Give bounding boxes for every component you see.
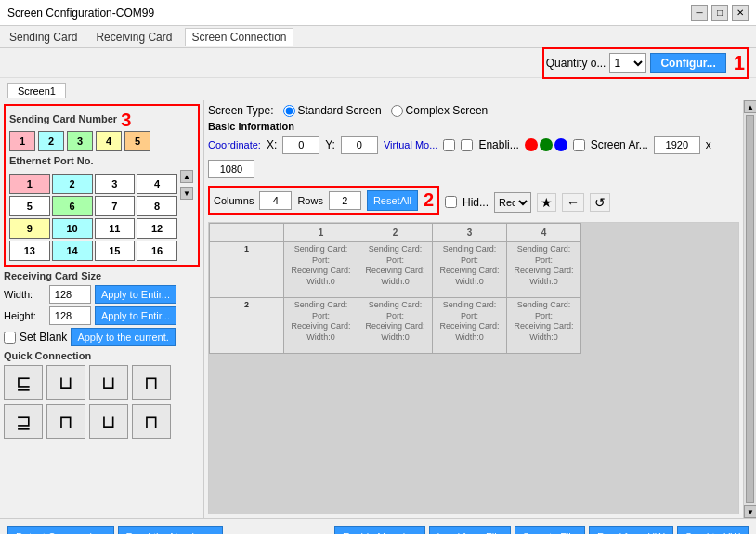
set-blank-checkbox[interactable] [4, 332, 16, 344]
read-from-hw-button[interactable]: Read from HW [589, 526, 673, 534]
card-btn-4[interactable]: 4 [96, 131, 122, 151]
apply-current-button[interactable]: Apply to the current. [71, 328, 175, 346]
grid-area: 1 2 3 4 1 Sending Card:Port:Receiving Ca… [208, 222, 739, 514]
right-main: Screen Type: Standard Screen Complex Scr… [204, 100, 756, 518]
port-btn-14[interactable]: 14 [52, 241, 93, 261]
width-apply-button[interactable]: Apply to Entir... [95, 285, 176, 304]
quick-icon-6[interactable]: ⊓ [46, 404, 85, 439]
back-button[interactable]: ← [562, 193, 584, 212]
quick-icon-5[interactable]: ⊒ [4, 404, 43, 439]
configure-button[interactable]: Configur... [650, 53, 725, 73]
enable-checkbox[interactable] [461, 139, 473, 151]
rcv-size-title: Receiving Card Size [4, 270, 200, 281]
port-btn-16[interactable]: 16 [137, 241, 177, 261]
quick-icon-7[interactable]: ⊔ [89, 404, 128, 439]
cell-2-4[interactable]: Sending Card:Port:Receiving Card:Width:0 [507, 298, 581, 354]
card-btn-2[interactable]: 2 [38, 131, 64, 151]
tab-screen1[interactable]: Screen1 [7, 83, 66, 98]
save-to-file-button[interactable]: Save to File [515, 526, 585, 534]
basic-info-section: Basic Information Coordinate: X: Y: Virt… [208, 121, 739, 182]
rows-label: Rows [297, 195, 323, 206]
port-btn-6[interactable]: 6 [52, 196, 93, 216]
cell-1-4[interactable]: Sending Card:Port:Receiving Card:Width:0 [507, 242, 581, 298]
color-select[interactable]: Red Green Blue [494, 192, 531, 213]
reset-rotate-button[interactable]: ↺ [590, 193, 610, 212]
standard-screen-option[interactable]: Standard Screen [283, 104, 382, 117]
reset-all-button[interactable]: ResetAll [367, 190, 418, 211]
screen-width-input[interactable] [654, 136, 700, 154]
complex-screen-label: Complex Screen [406, 104, 489, 117]
port-btn-13[interactable]: 13 [9, 241, 50, 261]
port-btn-3[interactable]: 3 [95, 174, 136, 194]
port-btn-4[interactable]: 4 [137, 174, 177, 194]
screen-type-row: Screen Type: Standard Screen Complex Scr… [208, 104, 739, 117]
close-button[interactable]: ✕ [732, 5, 749, 21]
scrollbar-thumb[interactable] [746, 115, 754, 503]
cell-2-2[interactable]: Sending Card:Port:Receiving Card:Width:0 [358, 298, 433, 354]
quantity-select[interactable]: 1 2 3 [609, 53, 646, 73]
port-scroll-up[interactable]: ▲ [180, 170, 193, 183]
menu-receiving-card[interactable]: Receiving Card [90, 29, 177, 46]
card-btn-1[interactable]: 1 [9, 131, 35, 151]
port-btn-5[interactable]: 5 [9, 196, 50, 216]
port-btn-2[interactable]: 2 [52, 174, 93, 194]
complex-screen-option[interactable]: Complex Screen [391, 104, 489, 117]
card-btn-5[interactable]: 5 [124, 131, 150, 151]
load-from-file-button[interactable]: Load from File [429, 526, 511, 534]
y-label: Y: [325, 138, 335, 151]
menu-sending-card[interactable]: Sending Card [4, 29, 83, 46]
standard-screen-radio[interactable] [283, 105, 295, 117]
y-input[interactable] [341, 136, 378, 154]
right-panel: Screen Type: Standard Screen Complex Scr… [204, 100, 743, 518]
enable-mapping-button[interactable]: Enable Mapping [334, 526, 425, 534]
green-circle-icon [540, 138, 553, 151]
cell-1-1[interactable]: Sending Card:Port:Receiving Card:Width:0 [284, 242, 358, 298]
screen-area-enable-checkbox[interactable] [573, 139, 585, 151]
quick-icons: ⊑ ⊔ ⊔ ⊓ ⊒ ⊓ ⊔ ⊓ [4, 365, 200, 439]
port-btn-10[interactable]: 10 [52, 218, 93, 239]
height-apply-button[interactable]: Apply to Entir... [95, 306, 176, 325]
cell-2-3[interactable]: Sending Card:Port:Receiving Card:Width:0 [433, 298, 507, 354]
virtual-mode-checkbox[interactable] [443, 139, 455, 151]
columns-input[interactable] [259, 191, 292, 210]
cell-1-3[interactable]: Sending Card:Port:Receiving Card:Width:0 [433, 242, 507, 298]
minimize-button[interactable]: ─ [691, 5, 708, 21]
hidden-checkbox[interactable] [445, 196, 457, 208]
table-row: 1 Sending Card:Port:Receiving Card:Width… [210, 242, 581, 298]
scroll-down-button[interactable]: ▼ [744, 505, 756, 518]
quick-icon-2[interactable]: ⊔ [46, 365, 85, 400]
standard-screen-label: Standard Screen [298, 104, 382, 117]
annotation-3: 3 [121, 110, 131, 131]
port-btn-12[interactable]: 12 [137, 218, 177, 239]
send-to-hw-button[interactable]: Send to HW [677, 526, 749, 534]
x-input[interactable] [282, 136, 319, 154]
menu-screen-connection[interactable]: Screen Connection [185, 28, 293, 46]
port-btn-11[interactable]: 11 [95, 218, 136, 239]
set-blank-row: Set Blank Apply to the current. [4, 328, 200, 346]
port-btn-1[interactable]: 1 [9, 174, 50, 194]
cell-1-2[interactable]: Sending Card:Port:Receiving Card:Width:0 [358, 242, 433, 298]
cell-2-1[interactable]: Sending Card:Port:Receiving Card:Width:0 [284, 298, 358, 354]
width-input[interactable] [49, 285, 91, 304]
scroll-up-button[interactable]: ▲ [744, 100, 756, 113]
quick-icon-3[interactable]: ⊔ [89, 365, 128, 400]
col-row-section: Columns Rows ResetAll 2 [208, 186, 439, 215]
maximize-button[interactable]: □ [711, 5, 728, 21]
menu-bar: Sending Card Receiving Card Screen Conne… [0, 26, 756, 48]
port-btn-7[interactable]: 7 [95, 196, 136, 216]
quick-icon-1[interactable]: ⊑ [4, 365, 43, 400]
port-btn-8[interactable]: 8 [137, 196, 177, 216]
read-number-button[interactable]: Read the Number... [118, 526, 223, 534]
quick-icon-8[interactable]: ⊓ [132, 404, 171, 439]
detect-comm-button[interactable]: Detect Communic... [7, 526, 114, 534]
screen-height-input[interactable] [208, 160, 254, 178]
height-input[interactable] [49, 306, 91, 325]
port-btn-9[interactable]: 9 [9, 218, 50, 239]
quick-icon-4[interactable]: ⊓ [132, 365, 171, 400]
star-button[interactable]: ★ [537, 193, 556, 212]
card-btn-3[interactable]: 3 [67, 131, 93, 151]
port-scroll-down[interactable]: ▼ [180, 187, 193, 200]
rows-input[interactable] [329, 191, 361, 210]
port-btn-15[interactable]: 15 [95, 241, 136, 261]
complex-screen-radio[interactable] [391, 105, 403, 117]
